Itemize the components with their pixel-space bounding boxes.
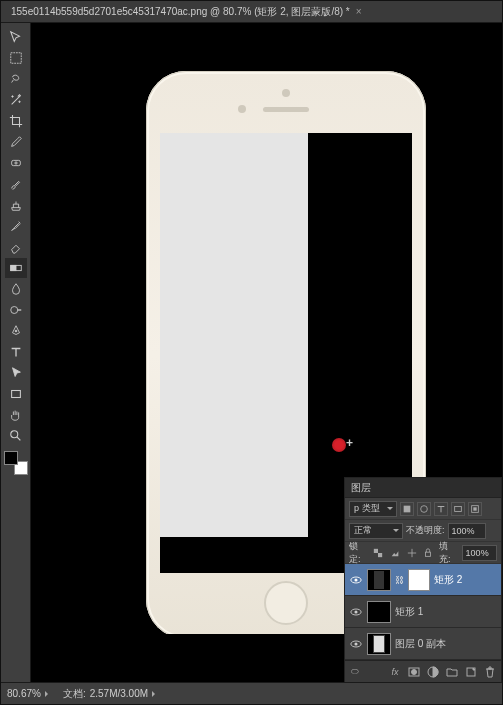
magic-wand-tool[interactable]: [5, 90, 27, 110]
healing-brush-tool[interactable]: [5, 153, 27, 173]
svg-rect-5: [10, 265, 15, 270]
blend-opacity-row: 正常 不透明度: 100%: [345, 520, 501, 542]
filter-type-icon[interactable]: [434, 502, 448, 516]
eyedropper-tool[interactable]: [5, 132, 27, 152]
clone-stamp-tool[interactable]: [5, 195, 27, 215]
close-icon[interactable]: ×: [356, 6, 362, 17]
filter-shape-icon[interactable]: [451, 502, 465, 516]
layer-thumbnail[interactable]: [367, 569, 391, 591]
layer-item-rect2[interactable]: ⛓ 矩形 2: [345, 564, 501, 596]
group-button[interactable]: [443, 663, 461, 681]
zoom-field[interactable]: 80.67%: [7, 688, 51, 699]
svg-point-11: [421, 505, 428, 512]
tools-panel: [1, 23, 31, 682]
canvas-area[interactable]: + 图层 p 类型 正常: [31, 23, 502, 682]
layer-name: 矩形 1: [395, 605, 423, 619]
layer-filter-row: p 类型: [345, 498, 501, 520]
layer-list: ⛓ 矩形 2 矩形 1 图层 0 副本: [345, 564, 501, 660]
phone-camera: [282, 89, 290, 97]
fill-label: 填充:: [439, 540, 458, 566]
move-tool[interactable]: [5, 27, 27, 47]
link-layers-icon[interactable]: ⬭: [351, 666, 359, 677]
crosshair-icon: +: [346, 436, 353, 450]
panel-tab-bar: 图层: [345, 478, 501, 498]
layer-item-bgcopy[interactable]: 图层 0 副本: [345, 628, 501, 660]
path-selection-tool[interactable]: [5, 363, 27, 383]
history-brush-tool[interactable]: [5, 216, 27, 236]
svg-rect-12: [455, 506, 462, 511]
content-area: + 图层 p 类型 正常: [1, 23, 502, 682]
layer-thumbnail[interactable]: [367, 601, 391, 623]
visibility-icon[interactable]: [349, 637, 363, 651]
hand-tool[interactable]: [5, 405, 27, 425]
layers-tab[interactable]: 图层: [351, 481, 371, 495]
link-icon: ⛓: [395, 575, 404, 585]
cursor-marker: [332, 438, 346, 452]
doc-label: 文档:: [63, 687, 86, 701]
crop-tool[interactable]: [5, 111, 27, 131]
pen-tool[interactable]: [5, 321, 27, 341]
svg-point-7: [15, 330, 17, 332]
svg-point-1: [11, 96, 12, 97]
type-tool[interactable]: [5, 342, 27, 362]
color-swatches[interactable]: [4, 451, 28, 475]
svg-rect-0: [10, 53, 21, 64]
new-layer-button[interactable]: [462, 663, 480, 681]
layer-thumbnail[interactable]: [367, 633, 391, 655]
layer-name: 矩形 2: [434, 573, 462, 587]
marquee-tool[interactable]: [5, 48, 27, 68]
svg-point-25: [412, 669, 417, 674]
opacity-label: 不透明度:: [406, 524, 445, 537]
svg-rect-16: [378, 553, 382, 557]
opacity-field[interactable]: 100%: [448, 523, 486, 539]
filter-adjust-icon[interactable]: [417, 502, 431, 516]
delete-button[interactable]: [481, 663, 499, 681]
layers-panel: 图层 p 类型 正常 不透明度: 100% 锁定:: [344, 477, 502, 682]
blend-mode-dropdown[interactable]: 正常: [349, 523, 403, 539]
lasso-tool[interactable]: [5, 69, 27, 89]
mask-button[interactable]: [405, 663, 423, 681]
brush-tool[interactable]: [5, 174, 27, 194]
dodge-tool[interactable]: [5, 300, 27, 320]
phone-earpiece: [263, 107, 309, 112]
phone-sensor: [238, 105, 246, 113]
svg-rect-8: [11, 391, 20, 398]
lock-label: 锁定:: [349, 540, 368, 566]
layer-item-rect1[interactable]: 矩形 1: [345, 596, 501, 628]
document-tab[interactable]: 155e0114b559d5d2701e5c45317470ac.png @ 8…: [5, 5, 368, 19]
lock-image-icon[interactable]: [389, 546, 402, 560]
layers-footer: ⬭ fx: [345, 660, 501, 682]
adjustment-button[interactable]: [424, 663, 442, 681]
svg-rect-15: [374, 548, 378, 552]
lock-position-icon[interactable]: [405, 546, 418, 560]
white-rectangle: [160, 133, 308, 537]
fill-field[interactable]: 100%: [462, 545, 497, 561]
svg-rect-17: [426, 552, 431, 556]
eraser-tool[interactable]: [5, 237, 27, 257]
mask-thumbnail[interactable]: [408, 569, 430, 591]
tab-title: 155e0114b559d5d2701e5c45317470ac.png @ 8…: [11, 5, 350, 19]
zoom-tool[interactable]: [5, 426, 27, 446]
svg-point-19: [354, 578, 357, 581]
lock-fill-row: 锁定: 填充: 100%: [345, 542, 501, 564]
filter-type-dropdown[interactable]: p 类型: [349, 501, 397, 517]
foreground-color[interactable]: [4, 451, 18, 465]
gradient-tool[interactable]: [5, 258, 27, 278]
lock-all-icon[interactable]: [422, 546, 435, 560]
blur-tool[interactable]: [5, 279, 27, 299]
visibility-icon[interactable]: [349, 573, 363, 587]
doc-info[interactable]: 文档: 2.57M/3.00M: [63, 687, 158, 701]
visibility-icon[interactable]: [349, 605, 363, 619]
doc-value: 2.57M/3.00M: [90, 688, 148, 699]
filter-pixel-icon[interactable]: [400, 502, 414, 516]
phone-home-button: [264, 581, 308, 625]
svg-rect-14: [473, 507, 476, 510]
lock-transparent-icon[interactable]: [372, 546, 385, 560]
filter-smart-icon[interactable]: [468, 502, 482, 516]
photoshop-window: 155e0114b559d5d2701e5c45317470ac.png @ 8…: [0, 0, 503, 705]
svg-point-2: [18, 101, 19, 102]
rectangle-tool[interactable]: [5, 384, 27, 404]
svg-point-9: [10, 431, 17, 438]
status-bar: 80.67% 文档: 2.57M/3.00M: [1, 682, 502, 704]
fx-button[interactable]: fx: [386, 663, 404, 681]
